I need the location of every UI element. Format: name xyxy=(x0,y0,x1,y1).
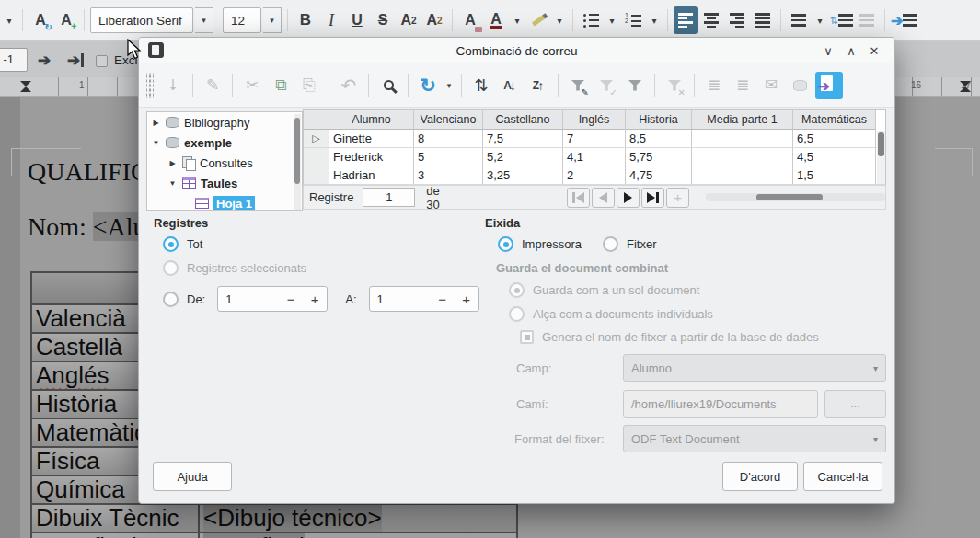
row-pointer-cell[interactable] xyxy=(304,166,329,184)
previous-record-button[interactable] xyxy=(592,188,615,208)
format-dropdown[interactable]: ODF Text Document ▾ xyxy=(623,425,886,452)
data-to-text-button[interactable]: ≣ xyxy=(701,72,727,99)
underline-button[interactable]: U xyxy=(345,6,369,34)
radio-printer[interactable] xyxy=(498,236,513,252)
grid-column-header[interactable]: Media parte 1 xyxy=(692,110,793,130)
new-record-button[interactable]: + xyxy=(666,188,689,208)
radio-individual-documents[interactable] xyxy=(509,306,525,322)
grid-scrollbar-thumb[interactable] xyxy=(878,132,884,156)
grid-horizontal-scrollbar[interactable] xyxy=(706,193,885,201)
grid-cell[interactable]: 7,5 xyxy=(483,130,563,147)
bold-button[interactable]: B xyxy=(294,6,317,34)
grid-cell[interactable]: 5 xyxy=(414,148,483,166)
tree-item-taules[interactable]: ▼ Taules xyxy=(147,173,302,193)
grid-column-header[interactable]: Matemáticas xyxy=(793,110,876,130)
bullet-list-caret-icon[interactable]: ▾ xyxy=(605,6,619,34)
browse-button[interactable]: ... xyxy=(824,390,886,418)
align-center-button[interactable] xyxy=(699,6,723,34)
radio-all[interactable] xyxy=(163,236,179,252)
grid-cell[interactable]: 6,5 xyxy=(793,130,876,147)
increase-paragraph-spacing-button[interactable]: ⇅ xyxy=(829,6,853,34)
clear-formatting-button[interactable]: A xyxy=(458,6,482,34)
standard-filter-button[interactable] xyxy=(622,72,648,99)
data-to-fields-button[interactable]: ≣ xyxy=(730,72,755,99)
font-size-caret-icon[interactable]: ▾ xyxy=(263,7,282,33)
increase-indent-button[interactable]: ➔ xyxy=(891,6,916,34)
grid-cell[interactable] xyxy=(692,166,793,184)
output-printer-option[interactable]: Impressora Fitxer xyxy=(498,236,657,252)
path-input[interactable]: /home/lliurex19/Documents xyxy=(623,390,818,418)
apply-filter-button[interactable]: ✓ xyxy=(594,72,619,99)
grid-cell[interactable]: 5,75 xyxy=(626,148,692,166)
grid-horizontal-thumb[interactable] xyxy=(756,194,823,200)
dialog-titlebar[interactable]: Combinació de correu ∨ ∧ ✕ xyxy=(139,38,894,63)
cancel-button[interactable]: Cancel·la xyxy=(803,462,882,491)
single-document-option[interactable]: Guarda com a un sol document xyxy=(509,282,699,298)
update-style-button[interactable]: A↻ xyxy=(29,6,52,34)
row-pointer-cell[interactable] xyxy=(304,148,329,166)
find-record-button[interactable] xyxy=(375,72,401,99)
tree-scrollbar-thumb[interactable] xyxy=(294,118,300,184)
plus-button[interactable]: + xyxy=(303,292,327,307)
subscript-button[interactable]: A2 xyxy=(422,6,446,34)
minus-button[interactable]: − xyxy=(431,292,455,307)
sort-descending-button[interactable]: Z↑ xyxy=(525,72,551,99)
shade-button[interactable]: ∨ xyxy=(819,41,837,60)
line-spacing-caret-icon[interactable]: ▾ xyxy=(813,6,827,34)
undo-button[interactable]: ↶ xyxy=(336,72,362,99)
grid-cell[interactable]: 4,75 xyxy=(626,166,692,184)
grid-cell[interactable]: 4,1 xyxy=(563,148,626,166)
grid-cell[interactable] xyxy=(692,148,793,166)
range-from-spinner[interactable]: 1 − + xyxy=(217,286,328,312)
font-name-caret-icon[interactable]: ▾ xyxy=(195,7,213,33)
grid-column-header[interactable]: Inglés xyxy=(563,110,626,130)
row-pointer-cell[interactable]: ▷ xyxy=(304,130,329,147)
reset-filter-button[interactable]: ✕ xyxy=(662,72,687,99)
copy-button[interactable]: ⧉ xyxy=(268,72,294,99)
grid-cell[interactable] xyxy=(692,130,793,147)
cut-button[interactable]: ✂ xyxy=(239,72,265,99)
font-size-combo[interactable]: 12 xyxy=(223,7,261,33)
grid-cell[interactable]: 7 xyxy=(563,130,626,147)
grid-cell[interactable]: Ginette xyxy=(329,130,414,147)
generate-filename-checkbox[interactable] xyxy=(520,330,534,344)
highlight-color-button[interactable] xyxy=(526,6,550,34)
grid-cell[interactable]: Frederick xyxy=(329,148,414,166)
paste-button[interactable]: ⎘ xyxy=(296,72,322,99)
font-color-button[interactable]: A xyxy=(484,6,508,34)
grid-cell[interactable]: 1,5 xyxy=(793,166,876,184)
expander-icon[interactable]: ▼ xyxy=(167,179,178,188)
minus-button[interactable]: − xyxy=(279,292,303,307)
font-color-caret-icon[interactable]: ▾ xyxy=(510,6,525,34)
exclude-recipient-checkbox[interactable] xyxy=(96,55,108,67)
expander-icon[interactable]: ▼ xyxy=(151,139,161,147)
unshade-button[interactable]: ∧ xyxy=(842,41,860,60)
generate-filename-option[interactable]: Genera el nom de fitxer a partir de la b… xyxy=(520,330,819,344)
align-right-button[interactable] xyxy=(725,6,749,34)
italic-button[interactable]: I xyxy=(319,6,343,34)
last-record-button[interactable] xyxy=(641,188,664,208)
strikethrough-button[interactable]: S xyxy=(371,6,395,34)
grid-vertical-scrollbar[interactable] xyxy=(877,131,885,184)
grid-column-header[interactable] xyxy=(304,110,329,130)
data-source-button[interactable] xyxy=(787,72,813,99)
refresh-button[interactable]: ↻ xyxy=(415,72,441,99)
highlight-caret-icon[interactable]: ▾ xyxy=(552,6,567,34)
grid-cell[interactable]: 4,5 xyxy=(793,148,876,166)
expander-icon[interactable]: ▶ xyxy=(151,119,161,127)
align-left-button[interactable] xyxy=(674,6,698,34)
individual-documents-option[interactable]: Alça com a documents individuals xyxy=(509,306,713,322)
grid-cell[interactable]: 3 xyxy=(414,166,483,184)
close-button[interactable]: ✕ xyxy=(865,41,883,60)
numbered-list-caret-icon[interactable]: ▾ xyxy=(647,6,662,34)
records-selected-option[interactable]: Registres seleccionats xyxy=(163,260,306,276)
grid-cell[interactable]: 8 xyxy=(414,130,483,147)
grid-cell[interactable]: Hadrian xyxy=(329,166,414,184)
tree-item-exemple[interactable]: ▼ exemple xyxy=(147,132,302,153)
grid-column-header[interactable]: Valenciano xyxy=(414,110,483,130)
current-record-input[interactable]: 1 xyxy=(363,188,415,207)
save-record-button[interactable]: ⭣ xyxy=(160,72,186,99)
superscript-button[interactable]: A2 xyxy=(397,6,421,34)
decrease-paragraph-spacing-button[interactable] xyxy=(855,6,879,34)
toolbar-grip-handle[interactable] xyxy=(146,73,154,98)
